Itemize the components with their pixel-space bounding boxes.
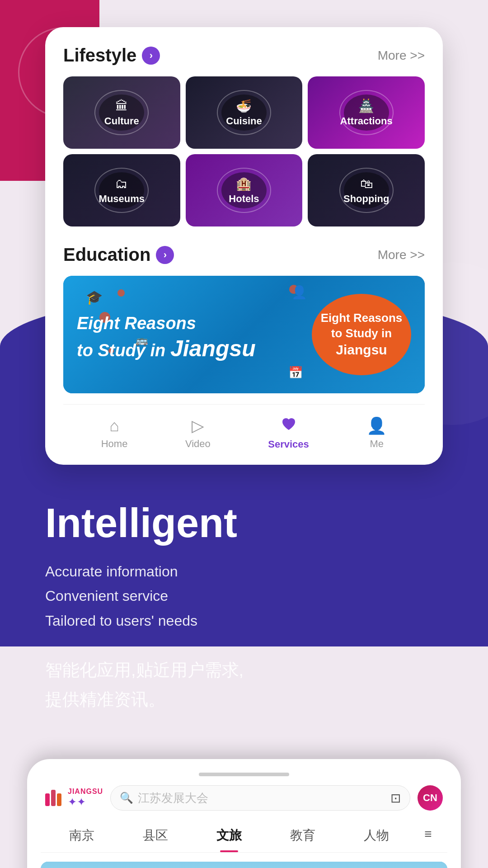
list-item[interactable]: 🛍 Shopping <box>308 154 425 226</box>
education-banner[interactable]: 🎓 👤 📅 🚌 Eight Reasons to Study in Jiangs… <box>63 276 425 393</box>
nav-item-me[interactable]: 👤 Me <box>366 416 387 450</box>
tab-xianqu[interactable]: 县区 <box>119 820 192 852</box>
phone-card-1: Lifestyle › More >> 🏛 Culture 🍜 <box>45 27 443 465</box>
edu-circle-text: Eight Reasons to Study in Jiangsu <box>321 311 403 359</box>
search-input[interactable]: 江苏发展大会 <box>138 790 208 806</box>
subtitle-line-2: Convenient service <box>45 584 443 608</box>
intelligent-title: Intelligent <box>45 501 443 546</box>
lifestyle-header: Lifestyle › More >> <box>63 45 425 66</box>
nav-item-services[interactable]: Services <box>268 415 309 450</box>
app-nav-tabs: 南京 县区 文旅 教育 人物 ≡ <box>41 820 447 853</box>
nav-item-home[interactable]: ⌂ Home <box>101 416 128 450</box>
logo-bar-3 <box>57 793 61 806</box>
attractions-icon: 🏯 <box>358 99 374 113</box>
app-header: JIANGSU ✦✦ 🔍 江苏发展大会 ⊡ CN <box>41 785 447 811</box>
education-more-link[interactable]: More >> <box>378 248 425 262</box>
list-item[interactable]: 🏨 Hotels <box>186 154 303 226</box>
logo-bars <box>45 790 61 806</box>
education-title-row: Education › <box>63 245 174 265</box>
list-item[interactable]: 🍜 Cuisine <box>186 76 303 149</box>
edu-main-text: Eight Reasons to Study in Jiangsu <box>77 307 256 362</box>
lifestyle-arrow-button[interactable]: › <box>142 47 160 65</box>
app-logo: JIANGSU ✦✦ <box>45 788 103 808</box>
person-icon: 👤 <box>291 285 307 300</box>
nav-home-label: Home <box>101 438 128 450</box>
svg-rect-15 <box>45 862 443 868</box>
edu-orange-circle: Eight Reasons to Study in Jiangsu <box>312 294 411 375</box>
chinese-line-2: 提供精准资讯。 <box>45 685 443 714</box>
me-icon: 👤 <box>366 416 387 435</box>
chinese-line-1: 智能化应用,贴近用户需求, <box>45 656 443 685</box>
intelligent-subtitle: Accurate information Convenient service … <box>45 559 443 633</box>
logo-bar-1 <box>45 793 50 806</box>
nav-me-label: Me <box>370 438 384 450</box>
hotels-label: Hotels <box>229 193 259 205</box>
home-icon: ⌂ <box>109 416 119 435</box>
tab-jiaoyu[interactable]: 教育 <box>266 820 340 852</box>
tab-renwu[interactable]: 人物 <box>340 820 413 852</box>
video-icon: ▷ <box>192 416 204 435</box>
phone-card-2: JIANGSU ✦✦ 🔍 江苏发展大会 ⊡ CN 南京 县区 文旅 教育 人物 … <box>27 759 461 868</box>
building-svg <box>41 862 447 868</box>
study-text: to Study in Jiangsu <box>77 335 256 362</box>
culture-icon: 🏛 <box>115 99 128 113</box>
bottom-navigation: ⌂ Home ▷ Video Services 👤 Me <box>63 404 425 465</box>
search-bar[interactable]: 🔍 江苏发展大会 ⊡ <box>110 785 410 811</box>
tab-more[interactable]: ≡ <box>413 820 443 852</box>
logo-chinese-icon: ✦✦ <box>68 796 103 808</box>
intelligent-section: Intelligent Accurate information Conveni… <box>0 465 488 741</box>
education-title: Education <box>63 245 150 265</box>
attractions-label: Attractions <box>340 115 393 127</box>
phone-notch <box>199 773 289 776</box>
tab-wenlv[interactable]: 文旅 <box>192 820 266 852</box>
logo-bar-2 <box>51 790 56 806</box>
lifestyle-more-link[interactable]: More >> <box>378 48 425 63</box>
jiangsu-text: JIANGSU <box>68 788 103 796</box>
calendar-icon: 📅 <box>288 366 303 380</box>
shopping-label: Shopping <box>343 193 389 205</box>
museums-icon: 🗂 <box>115 176 128 191</box>
nav-video-label: Video <box>185 438 211 450</box>
subtitle-line-1: Accurate information <box>45 559 443 584</box>
education-arrow-button[interactable]: › <box>156 246 174 264</box>
content-image <box>41 862 447 868</box>
lifestyle-title: Lifestyle <box>63 45 136 66</box>
cn-badge[interactable]: CN <box>418 785 443 811</box>
cuisine-icon: 🍜 <box>236 99 252 113</box>
list-item[interactable]: 🏛 Culture <box>63 76 180 149</box>
list-item[interactable]: 🗂 Museums <box>63 154 180 226</box>
lifestyle-grid: 🏛 Culture 🍜 Cuisine <box>63 76 425 226</box>
museums-label: Museums <box>99 193 145 205</box>
scan-icon[interactable]: ⊡ <box>390 791 401 806</box>
cuisine-label: Cuisine <box>226 115 262 127</box>
services-icon <box>281 415 297 436</box>
nav-item-video[interactable]: ▷ Video <box>185 416 211 450</box>
lifestyle-title-row: Lifestyle › <box>63 45 160 66</box>
education-header: Education › More >> <box>63 245 425 265</box>
eight-text: Eight Reasons <box>77 314 196 333</box>
intelligent-chinese: 智能化应用,贴近用户需求, 提供精准资讯。 <box>45 656 443 714</box>
tab-nanjing[interactable]: 南京 <box>45 820 119 852</box>
nav-services-label: Services <box>268 439 309 450</box>
list-item[interactable]: 🏯 Attractions <box>308 76 425 149</box>
search-icon: 🔍 <box>120 792 133 804</box>
shopping-icon: 🛍 <box>360 176 373 191</box>
culture-label: Culture <box>104 115 139 127</box>
bus-icon: 🚌 <box>136 335 148 346</box>
hotels-icon: 🏨 <box>236 176 252 191</box>
subtitle-line-3: Tailored to users' needs <box>45 609 443 633</box>
graduation-cap-icon: 🎓 <box>86 289 103 305</box>
